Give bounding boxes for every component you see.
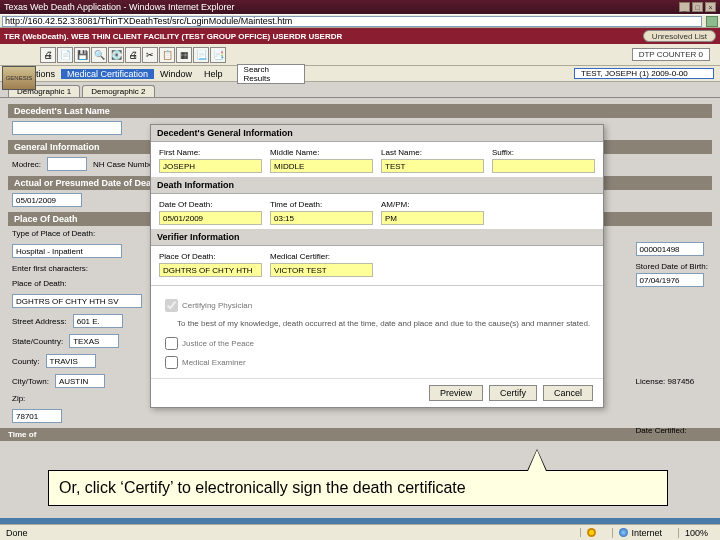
zip-label: Zip:	[12, 394, 25, 403]
street-label: Street Address:	[12, 317, 67, 326]
app-header: TER (WebDeath). WEB THIN CLIENT FACILITY…	[0, 28, 720, 44]
actual-date[interactable]: 05/01/2009	[12, 193, 82, 207]
street-field[interactable]: 601 E.	[73, 314, 123, 328]
m-ampm-label: AM/PM:	[381, 200, 484, 209]
go-button[interactable]	[706, 16, 718, 27]
stored-dob-label: Stored Date of Birth:	[636, 262, 708, 271]
modal-sec-general: Decedent's General Information	[151, 125, 603, 142]
place-death-label: Place of Death:	[12, 279, 67, 288]
m-mc-field[interactable]: VICTOR TEST	[270, 263, 373, 277]
stored-dob: 07/04/1976	[636, 273, 704, 287]
doc2-icon[interactable]: 📑	[210, 47, 226, 63]
jp-label: Justice of the Peace	[182, 339, 254, 348]
globe-icon	[619, 528, 628, 537]
m-mc-label: Medical Certifier:	[270, 252, 373, 261]
find-icon[interactable]: 🔍	[91, 47, 107, 63]
window-titlebar: Texas Web Death Application - Windows In…	[0, 0, 720, 14]
shield-icon	[587, 528, 596, 537]
city-field[interactable]: AUSTIN	[55, 374, 105, 388]
state-label: State/Country:	[12, 337, 63, 346]
city-label: City/Town:	[12, 377, 49, 386]
m-fn-label: First Name:	[159, 148, 262, 157]
url-input[interactable]	[2, 16, 702, 27]
cp-checkbox	[165, 299, 178, 312]
callout-text: Or, click ‘Certify’ to electronically si…	[59, 479, 466, 496]
m-sx-label: Suffix:	[492, 148, 595, 157]
jp-checkbox[interactable]	[165, 337, 178, 350]
sec-decedent: Decedent's Last Name	[8, 104, 712, 118]
status-zoom[interactable]: 100%	[678, 528, 714, 538]
print-icon[interactable]: 🖨	[40, 47, 56, 63]
date-cert-label: Date Certified:	[636, 426, 708, 435]
save-icon[interactable]: 💾	[74, 47, 90, 63]
modal-sec-verifier: Verifier Information	[151, 229, 603, 246]
m-pod-field[interactable]: DGHTRS OF CHTY HTH	[159, 263, 262, 277]
case-selector[interactable]: TEST, JOSEPH (1) 2009-0-00	[574, 68, 714, 79]
first-chars-label: Enter first characters:	[12, 264, 88, 273]
paste-icon[interactable]: 📋	[159, 47, 175, 63]
record-id: 000001498	[636, 242, 704, 256]
status-bar: Done Internet 100%	[0, 524, 720, 540]
unresolved-list-button[interactable]: Unresolved List	[643, 30, 716, 42]
time-of-label: Time of	[8, 430, 36, 439]
county-field[interactable]: TRAVIS	[46, 354, 96, 368]
genesis-logo: GENESIS	[2, 66, 36, 90]
m-dod-label: Date Of Death:	[159, 200, 262, 209]
cut-icon[interactable]: ✂	[142, 47, 158, 63]
grid-icon[interactable]: ▦	[176, 47, 192, 63]
decedent-last[interactable]	[12, 121, 122, 135]
instruction-callout: Or, click ‘Certify’ to electronically si…	[48, 470, 668, 506]
m-mn-label: Middle Name:	[270, 148, 373, 157]
type-place-field[interactable]: Hospital - Inpatient	[12, 244, 122, 258]
place-death-field[interactable]: DGHTRS OF CHTY HTH SV	[12, 294, 142, 308]
state-field[interactable]: TEXAS	[69, 334, 119, 348]
callout-pointer-icon	[527, 449, 547, 471]
county-label: County:	[12, 357, 40, 366]
type-place-label: Type of Place of Death:	[12, 229, 95, 238]
window-title: Texas Web Death Application - Windows In…	[4, 2, 234, 12]
m-ampm-field[interactable]: PM	[381, 211, 484, 225]
m-ln-label: Last Name:	[381, 148, 484, 157]
menu-medical-cert[interactable]: Medical Certification	[61, 69, 154, 79]
preview-button[interactable]: Preview	[429, 385, 483, 401]
menu-window[interactable]: Window	[154, 69, 198, 79]
disk-icon[interactable]: 💽	[108, 47, 124, 63]
m-dod-field[interactable]: 05/01/2009	[159, 211, 262, 225]
m-sx-field[interactable]	[492, 159, 595, 173]
license-label: License: 987456	[636, 377, 708, 386]
m-tod-label: Time of Death:	[270, 200, 373, 209]
status-zone: Internet	[631, 528, 662, 538]
close-button[interactable]: ×	[705, 2, 716, 12]
printer-icon[interactable]: 🖨	[125, 47, 141, 63]
app-title: TER (WebDeath). WEB THIN CLIENT FACILITY…	[4, 32, 342, 41]
nh-label: NH Case Number:	[93, 160, 158, 169]
tabbar: Demographic 1 Demographic 2	[0, 82, 720, 98]
m-fn-field[interactable]: JOSEPH	[159, 159, 262, 173]
m-pod-label: Place Of Death:	[159, 252, 262, 261]
me-label: Medical Examiner	[182, 358, 246, 367]
m-mn-field[interactable]: MIDDLE	[270, 159, 373, 173]
certify-modal: Decedent's General Information First Nam…	[150, 124, 604, 408]
cancel-button[interactable]: Cancel	[543, 385, 593, 401]
app-toolbar: 🖨 📄 💾 🔍 💽 🖨 ✂ 📋 ▦ 📃 📑 DTP COUNTER 0	[0, 44, 720, 66]
tab-demo2[interactable]: Demographic 2	[82, 85, 154, 97]
certify-button[interactable]: Certify	[489, 385, 537, 401]
m-ln-field[interactable]: TEST	[381, 159, 484, 173]
modrec-field[interactable]	[47, 157, 87, 171]
new-icon[interactable]: 📄	[57, 47, 73, 63]
menu-help[interactable]: Help	[198, 69, 229, 79]
modrec-label: Modrec:	[12, 160, 41, 169]
dtp-counter: DTP COUNTER 0	[632, 48, 710, 61]
cp-text: To the best of my knowledge, death occur…	[177, 319, 593, 328]
min-button[interactable]: _	[679, 2, 690, 12]
search-results-box[interactable]: Search Results	[237, 64, 305, 84]
menubar: Functions Medical Certification Window H…	[0, 66, 720, 82]
m-tod-field[interactable]: 03:15	[270, 211, 373, 225]
status-done: Done	[6, 528, 28, 538]
modal-sec-death: Death Information	[151, 177, 603, 194]
zip-field[interactable]: 78701	[12, 409, 62, 423]
doc-icon[interactable]: 📃	[193, 47, 209, 63]
max-button[interactable]: □	[692, 2, 703, 12]
address-bar	[0, 14, 720, 28]
me-checkbox[interactable]	[165, 356, 178, 369]
